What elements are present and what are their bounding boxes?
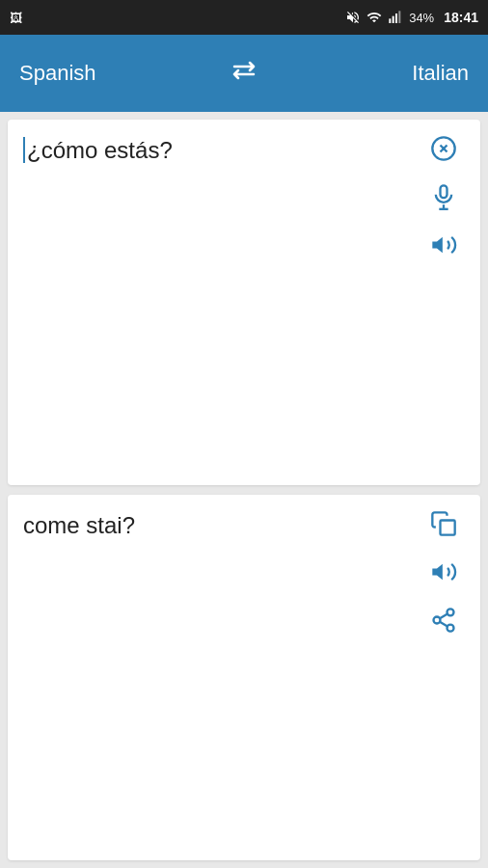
mute-icon (345, 10, 361, 25)
svg-marker-12 (432, 564, 443, 580)
microphone-icon[interactable] (430, 183, 457, 214)
svg-line-16 (440, 622, 447, 627)
target-actions (422, 510, 465, 845)
svg-point-15 (447, 625, 454, 632)
cursor-indicator (23, 137, 25, 163)
battery-level: 34% (409, 11, 434, 25)
share-icon[interactable] (430, 607, 457, 637)
status-time: 18:41 (444, 10, 478, 25)
svg-rect-2 (395, 14, 397, 23)
wifi-icon (366, 10, 382, 25)
copy-icon[interactable] (430, 510, 457, 541)
svg-rect-3 (398, 11, 400, 23)
source-actions (422, 135, 465, 470)
swap-languages-button[interactable] (209, 59, 279, 88)
svg-rect-11 (441, 521, 455, 535)
target-text: come stai? (23, 510, 422, 845)
source-panel: ¿cómo estás? (8, 120, 480, 485)
language-toolbar: Spanish Italian (0, 35, 488, 112)
clear-icon[interactable] (430, 135, 457, 166)
signal-icon (388, 10, 403, 25)
svg-point-13 (447, 609, 454, 615)
speaker-target-icon[interactable] (430, 558, 457, 589)
svg-rect-1 (393, 16, 394, 23)
svg-rect-0 (389, 18, 391, 23)
svg-line-17 (440, 614, 447, 619)
svg-point-14 (434, 617, 441, 624)
svg-marker-10 (432, 237, 443, 253)
source-text[interactable]: ¿cómo estás? (23, 135, 422, 470)
main-content: ¿cómo estás? (0, 112, 488, 868)
source-language-label[interactable]: Spanish (19, 61, 209, 86)
speaker-source-icon[interactable] (430, 231, 457, 262)
status-photo-icon: 🖼 (10, 11, 22, 25)
target-panel: come stai? (8, 495, 480, 860)
status-bar: 🖼 34% 18:41 (0, 0, 488, 35)
target-language-label[interactable]: Italian (279, 61, 469, 86)
svg-rect-7 (441, 185, 447, 198)
